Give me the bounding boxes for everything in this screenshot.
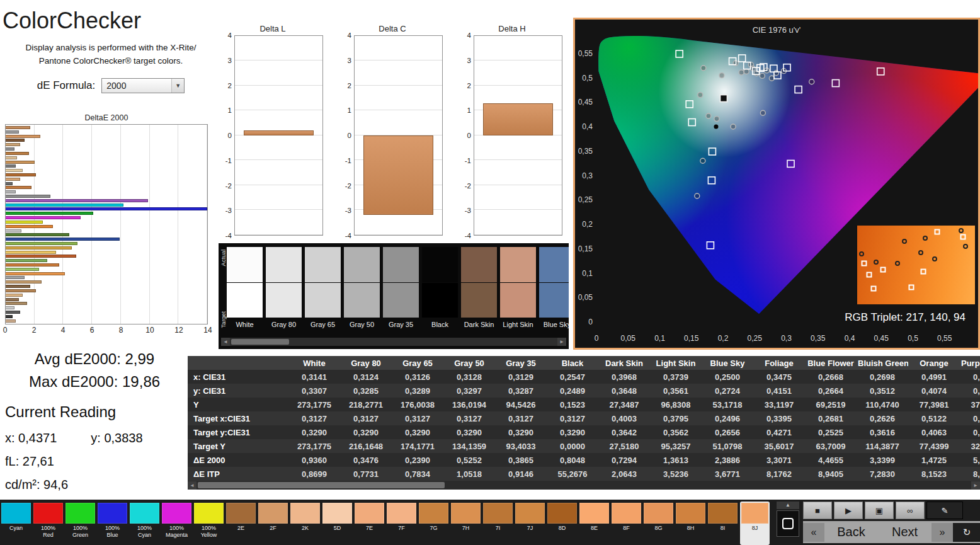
y-axis-tick-label: 0,05 [578, 293, 593, 302]
swatch-target [344, 283, 380, 318]
deltae-bar [6, 285, 30, 288]
swatch-gray-65[interactable]: Gray 65 [305, 247, 341, 330]
swatch-row: WhiteGray 80Gray 65Gray 50Gray 35BlackDa… [227, 247, 569, 330]
inset-measurement-marker [874, 260, 879, 265]
swatch-blue-sky[interactable]: Blue Sky [539, 247, 569, 330]
back-button[interactable]: Back [824, 525, 878, 539]
link-icon: ∞ [907, 506, 913, 515]
capture-button[interactable]: ▣ [865, 502, 894, 519]
patch-8i[interactable]: 8I [708, 503, 738, 545]
swatch-scrollbar[interactable]: ◄ ► [221, 338, 566, 346]
de-formula-dropdown[interactable]: 2000 ▼ [101, 78, 185, 93]
refresh-icon: ↻ [963, 527, 971, 538]
deltae-bar [6, 190, 16, 193]
edit-button[interactable]: ✎ [926, 502, 963, 519]
table-cell: 1,3613 [650, 453, 702, 467]
patch-2k[interactable]: 2K [290, 503, 320, 545]
table-row: Target Y273,1775216,1648174,1771134,1359… [188, 439, 980, 453]
measurement-marker [809, 79, 814, 84]
swatch-actual [539, 247, 569, 282]
patch-label: 100%Cyan [130, 525, 159, 538]
table-cell: 1,0518 [443, 467, 495, 481]
patch-7h[interactable]: 7H [451, 503, 481, 545]
patch-7e[interactable]: 7E [355, 503, 384, 545]
next-chevron-icon[interactable]: » [932, 523, 953, 542]
patch-100-magenta[interactable]: 100%Magenta [162, 503, 191, 545]
table-scrollbar[interactable]: ◄ ► [188, 481, 980, 490]
patch-2e[interactable]: 2E [226, 503, 256, 545]
patch-8h[interactable]: 8H [676, 503, 705, 545]
deltae-bar [6, 259, 47, 262]
row-label: y: CIE31 [188, 384, 288, 398]
edit-icon: ✎ [942, 506, 949, 515]
patch-color-swatch [419, 503, 448, 524]
link-button[interactable]: ∞ [896, 502, 925, 519]
patch-100-red[interactable]: 100%Red [33, 503, 63, 545]
patch-8f[interactable]: 8F [612, 503, 641, 545]
deltae-bar [6, 251, 56, 254]
patch-color-swatch [644, 503, 673, 524]
patch-7g[interactable]: 7G [419, 503, 448, 545]
swatch-white[interactable]: White [227, 247, 263, 330]
patch-5d[interactable]: 5D [322, 503, 352, 545]
scroll-right-icon[interactable]: ► [971, 481, 980, 490]
deltae-bar [6, 294, 23, 297]
patch-cyan[interactable]: Cyan [1, 503, 31, 545]
swatch-light-skin[interactable]: Light Skin [500, 247, 536, 330]
swatch-dark-skin[interactable]: Dark Skin [461, 247, 497, 330]
table-scroll-thumb[interactable] [198, 482, 445, 488]
patch-color-swatch [483, 503, 513, 524]
table-cell: 0,1523 [547, 398, 598, 411]
scroll-left-icon[interactable]: ◄ [188, 481, 197, 490]
table-cell: 3,5236 [650, 467, 702, 481]
swatch-gray-80[interactable]: Gray 80 [266, 247, 302, 330]
swatch-gray-50[interactable]: Gray 50 [344, 247, 380, 330]
swatch-scroll-thumb[interactable] [231, 339, 289, 345]
current-patch-button[interactable] [777, 510, 799, 537]
refresh-button[interactable]: ↻ [953, 523, 980, 542]
axis-tick-label: 0 [3, 326, 8, 335]
patch-100-blue[interactable]: 100%Blue [98, 503, 127, 545]
measurement-marker [706, 113, 711, 118]
patch-7f[interactable]: 7F [387, 503, 416, 545]
stop-button[interactable]: ■ [803, 502, 832, 519]
patch-8d[interactable]: 8D [547, 503, 577, 545]
patch-8e[interactable]: 8E [579, 503, 609, 545]
patch-7j[interactable]: 7J [515, 503, 545, 545]
column-header-gray-50: Gray 50 [443, 356, 495, 370]
table-cell: 27,3487 [598, 398, 650, 411]
deltae-bar [6, 221, 43, 224]
table-cell: 0,9360 [288, 453, 340, 467]
swatch-black[interactable]: Black [422, 247, 458, 330]
chart-delta-c: Delta C43210-1-2-3-4 [341, 24, 443, 236]
patch-100-cyan[interactable]: 100%Cyan [130, 503, 159, 545]
next-button[interactable]: Next [878, 525, 932, 539]
swatch-target [266, 283, 302, 318]
patch-8j[interactable]: 8J [740, 502, 770, 545]
axis-tick-label: 0 [228, 132, 232, 139]
play-button[interactable]: ▶ [834, 502, 863, 519]
patch-8g[interactable]: 8G [644, 503, 673, 545]
patch-scroll-up-icon[interactable]: ▲ [777, 502, 799, 509]
column-header-gray-35: Gray 35 [495, 356, 547, 370]
column-header-gray-65: Gray 65 [392, 356, 443, 370]
deltae-chart-title: DeltaE 2000 [5, 113, 208, 122]
scroll-right-icon[interactable]: ► [557, 338, 566, 346]
delta-bar [483, 103, 553, 135]
patch-7i[interactable]: 7I [483, 503, 513, 545]
deltae-bar [6, 276, 25, 279]
chevron-down-icon[interactable]: ▼ [171, 79, 184, 93]
patch-100-yellow[interactable]: 100%Yellow [194, 503, 224, 545]
swatch-gray-35[interactable]: Gray 35 [383, 247, 419, 330]
patch-100-green[interactable]: 100%Green [66, 503, 95, 545]
inset-target-marker [935, 229, 940, 235]
description: Display analysis is performed with the X… [0, 42, 222, 68]
table-cell: 0,2390 [392, 453, 443, 467]
chart-plot [354, 35, 443, 236]
inset-measurement-marker [959, 228, 964, 233]
patch-label: 8E [579, 525, 609, 532]
scroll-left-icon[interactable]: ◄ [221, 338, 230, 346]
header: ColorChecker Display analysis is perform… [0, 0, 222, 93]
back-chevron-icon[interactable]: « [803, 523, 824, 542]
patch-2f[interactable]: 2F [258, 503, 288, 545]
